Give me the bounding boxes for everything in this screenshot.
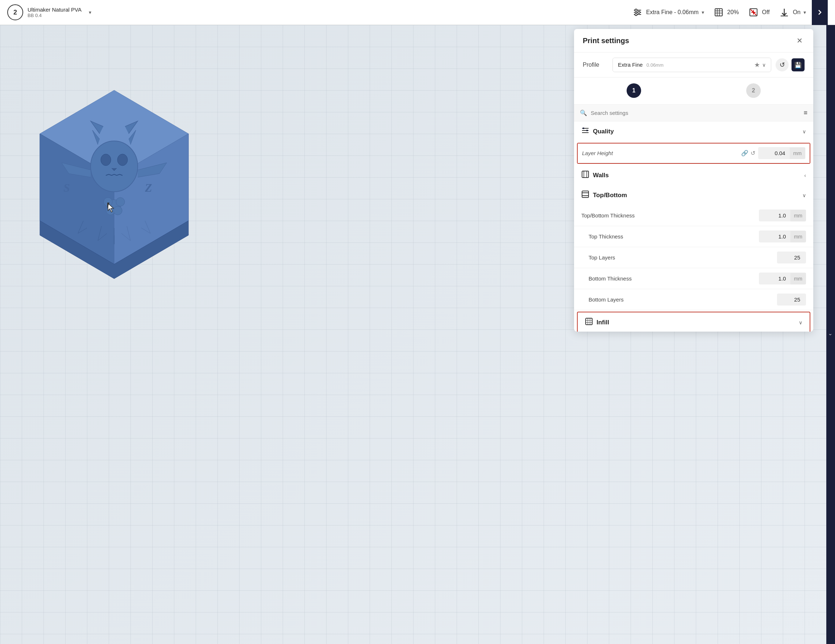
svg-rect-38 [582,191,588,197]
layer-height-value-box: 0.04 mm [758,147,805,159]
profile-save-btn[interactable]: 💾 [791,59,804,72]
layer-height-row-highlighted: Layer Height 🔗 ↺ 0.04 mm [577,143,811,164]
search-icon: 🔍 [580,109,587,116]
quality-dropdown-arrow: ▾ [702,10,704,15]
3d-object: S Z [11,61,218,308]
quality-section-icon [581,127,589,136]
top-bottom-section-icon [581,190,589,200]
svg-point-4 [638,11,640,13]
svg-point-21 [101,154,111,166]
quality-section-title: Quality [593,128,614,135]
layer-height-value: 0.04 [758,147,790,159]
material-dropdown[interactable]: ▾ [86,8,94,17]
profile-star-icon: ★ [754,61,760,69]
infill-toolbar-icon [713,7,725,18]
bottom-layers-value: 25 [777,294,806,306]
top-layers-value: 25 [777,252,806,263]
support-toolbar-item[interactable]: Off [748,7,770,18]
adhesion-icon [778,7,790,18]
infill-section-title: Infill [596,319,609,326]
search-input[interactable] [591,110,800,116]
svg-point-5 [635,13,637,16]
bottom-thickness-unit: mm [790,273,806,285]
svg-point-26 [104,197,112,206]
print-settings-panel: Print settings ✕ Profile Extra Fine 0.06… [574,29,813,332]
material-info: Ultimaker Natural PVA BB 0.4 [28,7,81,18]
material-dropdown-arrow: ▾ [89,10,91,15]
tab-1-circle: 1 [627,83,641,98]
top-bottom-thickness-value: 1.0 [759,210,790,221]
svg-rect-35 [582,171,588,177]
profile-undo-btn[interactable]: ↺ [776,59,789,72]
bottom-thickness-value: 1.0 [759,273,790,285]
top-thickness-label: Top Thickness [581,233,759,239]
material-sub: BB 0.4 [28,13,81,18]
walls-section-title: Walls [593,172,609,179]
top-thickness-value-box: 1.0 mm [759,231,806,242]
svg-point-22 [117,154,128,166]
layer-height-row: Layer Height 🔗 ↺ 0.04 mm [578,143,810,163]
profile-row: Profile Extra Fine 0.06mm ★ ∨ ↺ 💾 [574,52,813,78]
svg-point-20 [91,141,138,192]
walls-chevron-icon: ‹ [804,172,806,178]
quality-icon [632,7,643,18]
walls-section-header[interactable]: Walls ‹ [574,165,813,185]
bottom-layers-row: Bottom Layers 25 [574,289,813,310]
top-bottom-section: Top/Bottom ∨ Top/Bottom Thickness 1.0 mm… [574,185,813,310]
bottom-thickness-label: Bottom Thickness [581,275,759,281]
settings-content: Quality ∨ Layer Height 🔗 ↺ 0.04 mm [574,121,813,332]
support-label: Off [762,9,770,16]
walls-section: Walls ‹ [574,165,813,185]
infill-label: 20% [727,9,739,16]
toolbar-left: 2 Ultimaker Natural PVA BB 0.4 ▾ [7,4,94,20]
quality-toolbar-item[interactable]: Extra Fine - 0.06mm ▾ [632,7,704,18]
layer-height-link-icon[interactable]: 🔗 [741,150,748,156]
bottom-layers-label: Bottom Layers [581,296,777,302]
toolbar: 2 Ultimaker Natural PVA BB 0.4 ▾ Extr [0,0,835,25]
tab-2[interactable]: 2 [694,78,813,104]
panel-close-btn[interactable]: ✕ [794,36,804,46]
infill-section-header[interactable]: Infill ∨ [578,312,810,332]
walls-section-icon [581,170,589,180]
toolbar-right: Extra Fine - 0.06mm ▾ 20% [632,7,806,18]
svg-text:S: S [63,181,70,194]
top-bottom-section-title: Top/Bottom [593,192,627,199]
save-icon: 💾 [794,62,802,68]
nozzle-badge: 2 [7,4,23,20]
walls-section-left: Walls [581,170,609,180]
top-thickness-value: 1.0 [759,231,790,242]
settings-menu-icon[interactable]: ≡ [804,109,807,117]
profile-actions: ↺ 💾 [776,59,804,72]
quality-section-header[interactable]: Quality ∨ [574,121,813,141]
top-bottom-section-header[interactable]: Top/Bottom ∨ [574,185,813,205]
bottom-thickness-row: Bottom Thickness 1.0 mm [574,268,813,289]
top-bottom-section-left: Top/Bottom [581,190,627,200]
adhesion-label: On [793,9,801,16]
support-icon [748,7,759,18]
layer-height-actions: 🔗 ↺ [741,150,755,156]
quality-section-left: Quality [581,127,614,136]
svg-text:Z: Z [145,181,152,194]
profile-select-text: Extra Fine [618,62,643,68]
top-layers-label: Top Layers [581,254,777,260]
profile-chevron-icon: ∨ [762,62,766,68]
layer-height-undo-icon[interactable]: ↺ [751,150,755,156]
svg-rect-6 [715,9,722,16]
material-name: Ultimaker Natural PVA [28,7,81,13]
right-edge-arrow: › [828,334,833,336]
panel-title: Print settings [583,37,629,45]
top-thickness-unit: mm [790,231,806,242]
tab-2-circle: 2 [746,83,761,98]
quality-section: Quality ∨ Layer Height 🔗 ↺ 0.04 mm [574,121,813,164]
adhesion-toolbar-item[interactable]: On ▾ [778,7,806,18]
infill-chevron-icon: ∨ [799,320,803,325]
top-bottom-chevron-icon: ∨ [803,192,806,198]
layer-height-label: Layer Height [582,150,741,156]
top-layers-row: Top Layers 25 [574,247,813,268]
infill-toolbar-item[interactable]: 20% [713,7,739,18]
quality-chevron-icon: ∨ [803,128,806,135]
toolbar-expand-btn[interactable] [812,0,828,25]
profile-select[interactable]: Extra Fine 0.06mm ★ ∨ [612,58,771,72]
layer-height-unit: mm [790,148,805,159]
tab-1[interactable]: 1 [574,78,694,104]
